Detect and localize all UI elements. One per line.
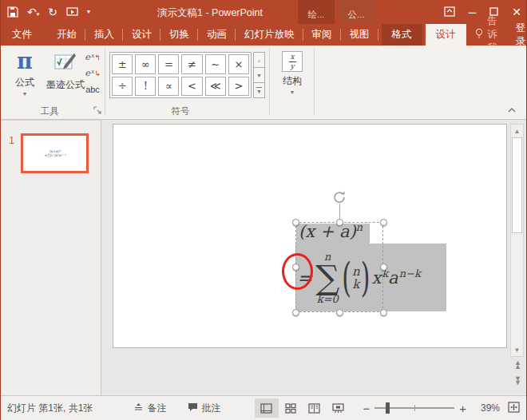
symbols-group-label: 符号 — [109, 105, 252, 117]
minimize-button[interactable]: ─ — [469, 7, 476, 18]
resize-handle-top-center[interactable] — [336, 219, 343, 226]
tools-group-label: 工具 — [7, 105, 92, 117]
symbol-button[interactable]: ! — [135, 77, 156, 97]
equation-dropdown-button[interactable]: π 公式 ▼ — [7, 50, 42, 110]
zoom-slider-thumb[interactable] — [386, 402, 390, 414]
customize-qat-icon[interactable]: ▾ — [87, 9, 90, 15]
symbol-button[interactable]: < — [181, 77, 202, 97]
symbols-scrollbar: ▲ ▼ ▼ — [253, 52, 265, 98]
fit-to-window-button[interactable] — [508, 402, 520, 415]
next-slide-button[interactable]: ▼▼ — [510, 373, 524, 389]
arrow-down-icon: ↳ — [94, 69, 101, 77]
tab-file[interactable]: 文件 — [1, 24, 43, 46]
symbol-button[interactable]: ≪ — [205, 77, 226, 97]
resize-handle-middle-right[interactable] — [380, 263, 387, 271]
equation-button-label: 公式 — [15, 76, 34, 89]
redo-icon[interactable]: ↻ — [48, 6, 57, 18]
linear-format-button[interactable]: eˣ↳ — [82, 66, 103, 80]
resize-handle-bottom-left[interactable] — [292, 309, 299, 316]
thumbnail-equation: (x+a)ⁿ =∑(ₖⁿ)xᵏaⁿ⁻ᵏ — [44, 149, 65, 157]
ink-equation-icon — [54, 50, 77, 76]
professional-icon: eˣ — [85, 52, 93, 62]
conversion-buttons: eˣ↰ eˣ↳ abc — [82, 50, 103, 96]
dialog-launcher-icon[interactable] — [93, 106, 101, 114]
resize-handle-top-right[interactable] — [380, 219, 387, 226]
normal-text-button[interactable]: abc — [82, 82, 103, 96]
previous-slide-button[interactable]: ▲▲ — [510, 357, 524, 373]
scroll-up-icon[interactable]: ▲ — [511, 125, 523, 137]
arrow-up-left-icon: ↰ — [94, 53, 101, 61]
symbol-button[interactable]: ≠ — [181, 54, 202, 74]
scroll-down-icon[interactable]: ▼ — [253, 67, 265, 83]
symbol-button[interactable]: ± — [112, 54, 133, 74]
red-annotation-circle — [282, 253, 313, 290]
contextual-header-drawing-tools[interactable]: 绘... — [298, 0, 335, 24]
contextual-header-equation-tools[interactable]: 公... — [338, 0, 374, 24]
slide-count-status: 幻灯片 第1张, 共1张 — [7, 402, 133, 415]
tab-view[interactable]: 视图 — [341, 24, 378, 46]
close-button[interactable]: ✕ — [512, 6, 521, 18]
resize-handle-bottom-center[interactable] — [336, 309, 343, 316]
ink-equation-label: 墨迹公式 — [46, 78, 85, 92]
fraction-icon: xy — [282, 51, 303, 72]
reading-view-button[interactable] — [303, 398, 327, 418]
comments-button[interactable]: 批注 — [188, 402, 221, 415]
zoom-in-button[interactable]: + — [454, 402, 471, 415]
collapse-ribbon-icon[interactable] — [507, 105, 517, 116]
undo-icon[interactable]: ↶▾ — [27, 6, 39, 18]
powerpoint-window: ↶▾ ↻ ▾ 演示文稿1 - PowerPoint 绘... 公... ─ ✕ … — [0, 0, 527, 420]
tab-transitions[interactable]: 切换 — [160, 24, 198, 46]
resize-handle-bottom-right[interactable] — [380, 309, 387, 316]
slideshow-view-button[interactable] — [327, 398, 351, 418]
linear-icon: eˣ — [85, 68, 93, 78]
scroll-up-icon[interactable]: ▲ — [253, 52, 265, 68]
symbol-button[interactable]: × — [228, 54, 249, 74]
zoom-slider[interactable] — [374, 407, 454, 409]
normal-view-button[interactable] — [255, 398, 279, 418]
view-switcher — [255, 398, 351, 418]
sign-in-button[interactable]: 登录 — [505, 24, 527, 46]
symbol-button[interactable]: ∞ — [135, 54, 156, 74]
symbol-button[interactable]: ∝ — [158, 77, 179, 97]
ribbon-tabs: 文件 开始 插入 设计 切换 动画 幻灯片放映 审阅 视图 格式 设计 告诉我.… — [1, 24, 526, 46]
structures-label: 结构 — [283, 74, 302, 88]
professional-format-button[interactable]: eˣ↰ — [82, 50, 103, 64]
window-controls: ─ ✕ — [444, 0, 521, 24]
tab-format-contextual[interactable]: 格式 — [382, 24, 422, 46]
symbol-button[interactable]: ÷ — [112, 77, 133, 97]
tab-home[interactable]: 开始 — [48, 24, 85, 46]
symbol-button[interactable]: > — [228, 77, 249, 97]
start-slideshow-icon[interactable] — [66, 7, 78, 18]
rotation-handle-icon[interactable] — [332, 190, 347, 207]
scroll-down-icon[interactable]: ▼ — [511, 343, 523, 356]
slide-sorter-view-button[interactable] — [279, 398, 303, 418]
vertical-scrollbar: ▲ ▼ ▲▲ ▼▼ — [510, 124, 524, 392]
zoom-out-button[interactable]: − — [359, 402, 375, 415]
ribbon-display-options-icon[interactable] — [444, 6, 455, 18]
chevron-down-icon: ▼ — [290, 89, 295, 95]
tab-animations[interactable]: 动画 — [198, 24, 236, 46]
ribbon-equation-design: π 公式 ▼ 墨迹公式 eˣ↰ eˣ↳ abc — [1, 46, 526, 120]
tab-design[interactable]: 设计 — [123, 24, 160, 46]
symbols-gallery: ± ∞ = ≠ ~ × ÷ ! ∝ < ≪ > — [109, 52, 252, 98]
abc-label: abc — [85, 85, 100, 94]
save-icon[interactable] — [7, 6, 18, 18]
slide-thumbnail[interactable]: (x+a)ⁿ =∑(ₖⁿ)xᵏaⁿ⁻ᵏ — [21, 133, 89, 173]
tab-slideshow[interactable]: 幻灯片放映 — [236, 24, 303, 46]
symbols-more-icon[interactable]: ▼ — [253, 82, 265, 98]
tab-equation-design-active[interactable]: 设计 — [426, 24, 466, 46]
tab-insert[interactable]: 插入 — [85, 24, 123, 46]
symbol-button[interactable]: = — [158, 54, 179, 74]
comment-icon — [188, 402, 198, 414]
notes-button[interactable]: 备注 — [133, 402, 167, 415]
structures-dropdown-button[interactable]: xy 结构 ▼ — [274, 50, 311, 110]
tab-review[interactable]: 审阅 — [303, 24, 341, 46]
pi-icon: π — [17, 50, 33, 73]
resize-handle-top-left[interactable] — [292, 219, 299, 226]
slide-canvas[interactable]: (x + a)n = n ∑ k=0 ( nk ) xkan−k — [113, 124, 507, 348]
tell-me-box[interactable]: 告诉我... — [474, 24, 506, 46]
zoom-percentage[interactable]: 39% — [471, 402, 500, 414]
symbol-button[interactable]: ~ — [205, 54, 226, 74]
slide-editing-area: (x + a)n = n ∑ k=0 ( nk ) xkan−k — [102, 120, 526, 395]
scrollbar-thumb[interactable] — [512, 137, 522, 233]
